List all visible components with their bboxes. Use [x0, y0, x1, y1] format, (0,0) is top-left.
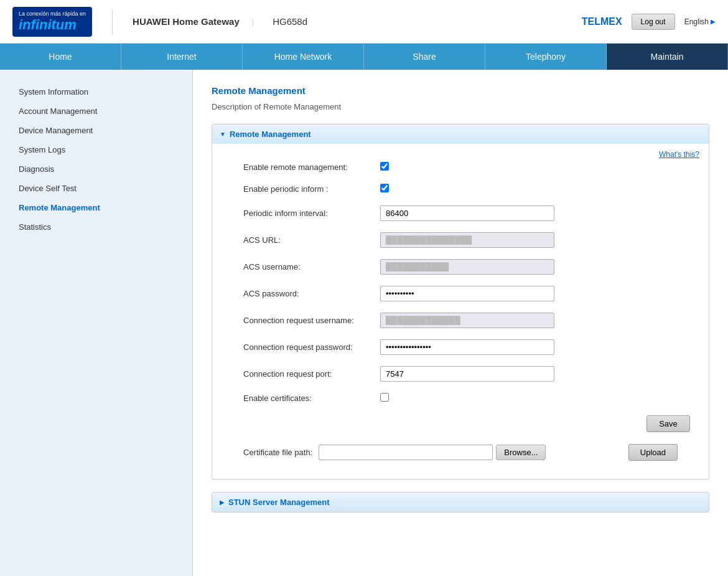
nav-telephony[interactable]: Telephony: [485, 44, 607, 70]
enable-remote-row: Enable remote management:: [225, 159, 696, 175]
stun-section-title: STUN Server Management: [228, 498, 330, 507]
enable-remote-checkbox[interactable]: [380, 162, 389, 171]
sidebar: System Information Account Management De…: [0, 70, 193, 576]
logo-tagline: La conexión más rápida en: [19, 11, 86, 17]
conn-req-port-control: [380, 366, 554, 382]
language-label: English: [684, 17, 709, 26]
page-description: Description of Remote Management: [212, 102, 709, 111]
acs-url-input[interactable]: [380, 232, 554, 248]
conn-req-username-control: [380, 313, 554, 328]
language-selector[interactable]: English ▶: [684, 17, 716, 26]
acs-url-control: [380, 232, 554, 248]
stun-section-header[interactable]: ▶ STUN Server Management: [212, 493, 709, 512]
conn-req-port-input[interactable]: [380, 366, 554, 382]
conn-req-username-input[interactable]: [380, 313, 554, 328]
periodic-interval-label: Periodic inform interval:: [243, 209, 380, 218]
language-arrow: ▶: [711, 18, 716, 25]
acs-password-control: [380, 286, 554, 301]
header-right: TELMEX Log out English ▶: [582, 14, 716, 30]
content-area: Remote Management Description of Remote …: [193, 70, 728, 576]
remote-management-section-header[interactable]: ▼ Remote Management: [212, 125, 709, 144]
enable-cert-checkbox[interactable]: [380, 393, 389, 402]
enable-cert-label: Enable certificates:: [243, 394, 380, 403]
gateway-label: HUAWEI Home Gateway: [133, 16, 240, 27]
logo-area: La conexión más rápida en infinitum HUAW…: [12, 7, 307, 37]
conn-req-password-label: Connection request password:: [243, 342, 380, 352]
sidebar-item-remote-management[interactable]: Remote Management: [0, 198, 192, 217]
main-layout: System Information Account Management De…: [0, 70, 728, 576]
gateway-model: HG658d: [273, 16, 307, 27]
periodic-interval-input[interactable]: [380, 205, 554, 221]
acs-url-row: ACS URL:: [225, 230, 696, 250]
conn-req-password-row: Connection request password:: [225, 337, 696, 357]
nav-share[interactable]: Share: [364, 44, 485, 70]
enable-remote-control: [380, 162, 389, 172]
enable-periodic-label: Enable periodic inform :: [243, 184, 380, 194]
sidebar-item-account-management[interactable]: Account Management: [0, 102, 192, 121]
browse-button[interactable]: Browse...: [496, 445, 546, 460]
cert-file-label: Certificate file path:: [243, 448, 312, 457]
nav-maintain[interactable]: Maintain: [607, 44, 728, 70]
nav-internet[interactable]: Internet: [121, 44, 243, 70]
sidebar-item-device-management[interactable]: Device Management: [0, 121, 192, 140]
conn-req-password-control: [380, 339, 554, 355]
sidebar-item-system-information[interactable]: System Information: [0, 82, 192, 102]
sidebar-item-diagnosis[interactable]: Diagnosis: [0, 159, 192, 179]
acs-username-control: [380, 259, 554, 275]
page-title: Remote Management: [212, 85, 709, 96]
periodic-interval-row: Periodic inform interval:: [225, 203, 696, 224]
telmex-logo: TELMEX: [582, 16, 622, 27]
conn-req-password-input[interactable]: [380, 339, 554, 355]
save-action-row: Save: [225, 415, 696, 432]
enable-cert-control: [380, 393, 389, 404]
sidebar-item-system-logs[interactable]: System Logs: [0, 140, 192, 159]
acs-password-row: ACS password:: [225, 283, 696, 304]
enable-cert-row: Enable certificates:: [225, 390, 696, 406]
whats-this-link[interactable]: What's this?: [659, 150, 699, 159]
conn-req-port-label: Connection request port:: [243, 369, 380, 379]
stun-section: ▶ STUN Server Management: [212, 492, 709, 512]
main-nav: Home Internet Home Network Share Telepho…: [0, 44, 728, 70]
conn-req-port-row: Connection request port:: [225, 364, 696, 384]
logo-name: infinitum: [19, 17, 86, 33]
cert-file-input[interactable]: [319, 445, 493, 460]
sidebar-item-device-self-test[interactable]: Device Self Test: [0, 179, 192, 198]
header-divider: [112, 9, 113, 34]
remote-management-section: ▼ Remote Management What's this? Enable …: [212, 124, 709, 479]
enable-periodic-control: [380, 184, 389, 194]
conn-req-username-row: Connection request username:: [225, 310, 696, 331]
acs-url-label: ACS URL:: [243, 235, 380, 245]
acs-password-label: ACS password:: [243, 289, 380, 298]
acs-username-input[interactable]: [380, 259, 554, 275]
header: La conexión más rápida en infinitum HUAW…: [0, 0, 728, 44]
stun-section-arrow: ▶: [220, 499, 225, 506]
nav-home[interactable]: Home: [0, 44, 121, 70]
periodic-interval-control: [380, 205, 554, 221]
remote-management-section-body: What's this? Enable remote management: E…: [212, 144, 709, 479]
enable-periodic-checkbox[interactable]: [380, 184, 389, 192]
enable-periodic-row: Enable periodic inform :: [225, 181, 696, 197]
acs-password-input[interactable]: [380, 286, 554, 301]
conn-req-username-label: Connection request username:: [243, 316, 380, 325]
logo-box: La conexión más rápida en infinitum: [12, 7, 92, 37]
remote-section-arrow: ▼: [220, 131, 226, 138]
upload-button[interactable]: Upload: [628, 444, 678, 461]
sidebar-item-statistics[interactable]: Statistics: [0, 217, 192, 237]
logout-button[interactable]: Log out: [632, 14, 675, 30]
enable-remote-label: Enable remote management:: [243, 163, 380, 172]
acs-username-label: ACS username:: [243, 262, 380, 271]
nav-home-network[interactable]: Home Network: [243, 44, 364, 70]
save-button[interactable]: Save: [646, 415, 690, 432]
acs-username-row: ACS username:: [225, 257, 696, 277]
cert-file-row: Certificate file path: Browse... Upload: [225, 441, 696, 463]
remote-section-title: Remote Management: [230, 130, 311, 139]
